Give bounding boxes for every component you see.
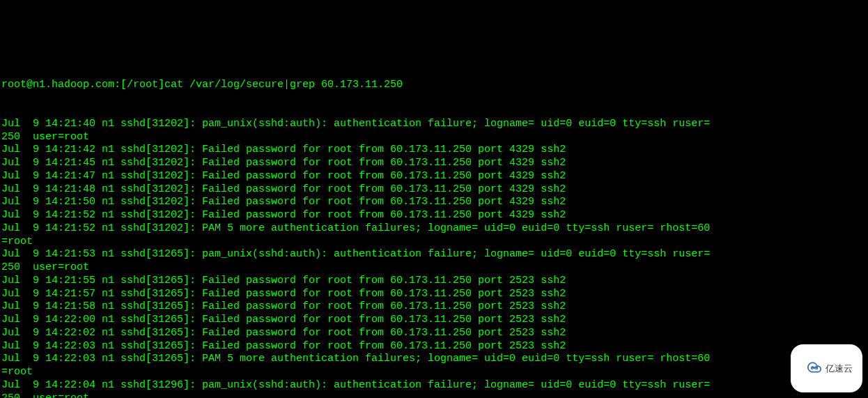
log-line: Jul 9 14:21:47 n1 sshd[31202]: Failed pa… — [1, 170, 867, 183]
log-output-block: Jul 9 14:21:40 n1 sshd[31202]: pam_unix(… — [1, 118, 867, 398]
cloud-logo-icon — [798, 349, 821, 388]
log-line: Jul 9 14:21:52 n1 sshd[31202]: Failed pa… — [1, 209, 867, 222]
log-line: Jul 9 14:21:45 n1 sshd[31202]: Failed pa… — [1, 157, 867, 170]
log-line: Jul 9 14:22:00 n1 sshd[31265]: Failed pa… — [1, 314, 867, 327]
watermark-text: 亿速云 — [826, 363, 853, 374]
terminal-output[interactable]: root@n1.hadoop.com:[/root]cat /var/log/s… — [1, 52, 867, 398]
log-line: Jul 9 14:21:50 n1 sshd[31202]: Failed pa… — [1, 196, 867, 209]
log-line: =root — [1, 366, 867, 379]
log-line: Jul 9 14:21:53 n1 sshd[31265]: pam_unix(… — [1, 248, 867, 261]
log-line: 250 user=root — [1, 392, 867, 399]
log-line: Jul 9 14:21:57 n1 sshd[31265]: Failed pa… — [1, 288, 867, 301]
log-line: Jul 9 14:21:42 n1 sshd[31202]: Failed pa… — [1, 144, 867, 157]
log-line: Jul 9 14:22:02 n1 sshd[31265]: Failed pa… — [1, 327, 867, 340]
log-line: Jul 9 14:21:58 n1 sshd[31265]: Failed pa… — [1, 300, 867, 314]
log-line: Jul 9 14:21:40 n1 sshd[31202]: pam_unix(… — [1, 118, 867, 131]
log-line: 250 user=root — [1, 261, 867, 275]
command-prompt-line: root@n1.hadoop.com:[/root]cat /var/log/s… — [1, 79, 867, 92]
log-line: =root — [1, 236, 867, 249]
log-line: 250 user=root — [1, 131, 867, 144]
watermark-badge: 亿速云 — [791, 344, 862, 392]
log-line: Jul 9 14:21:52 n1 sshd[31202]: PAM 5 mor… — [1, 222, 867, 236]
log-line: Jul 9 14:21:55 n1 sshd[31265]: Failed pa… — [1, 275, 867, 288]
log-line: Jul 9 14:22:03 n1 sshd[31265]: PAM 5 mor… — [1, 353, 867, 366]
log-line: Jul 9 14:22:03 n1 sshd[31265]: Failed pa… — [1, 340, 867, 353]
log-line: Jul 9 14:21:48 n1 sshd[31202]: Failed pa… — [1, 183, 867, 197]
log-line: Jul 9 14:22:04 n1 sshd[31296]: pam_unix(… — [1, 379, 867, 392]
